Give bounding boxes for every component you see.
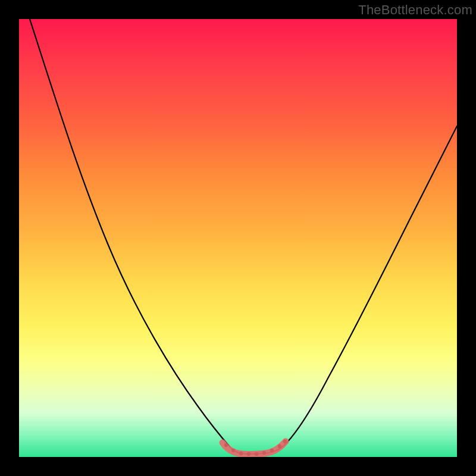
svg-point-6 (270, 449, 274, 452)
svg-point-5 (262, 451, 266, 455)
bottleneck-curve (30, 19, 457, 454)
svg-point-1 (231, 449, 235, 452)
svg-point-8 (283, 440, 287, 443)
plot-area (19, 19, 457, 457)
svg-point-0 (224, 443, 228, 447)
svg-point-4 (255, 452, 258, 456)
svg-point-3 (247, 452, 250, 456)
curve-svg (19, 19, 457, 457)
watermark-text: TheBottleneck.com (358, 2, 472, 18)
svg-point-2 (239, 452, 243, 455)
bottleneck-highlight (223, 441, 286, 455)
chart-frame: TheBottleneck.com (0, 0, 476, 476)
svg-point-7 (278, 444, 281, 448)
